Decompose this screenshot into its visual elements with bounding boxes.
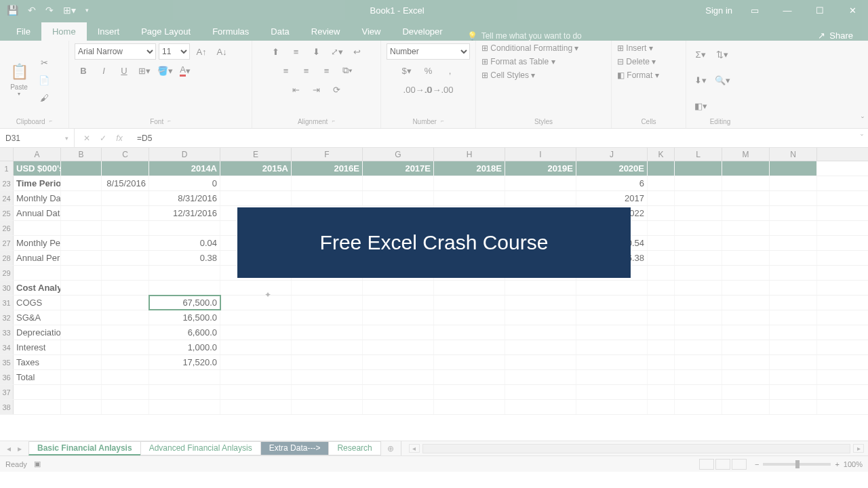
cell[interactable] [102, 161, 149, 176]
cell[interactable] [675, 310, 722, 325]
cell[interactable] [648, 296, 675, 310]
cell[interactable] [675, 400, 722, 414]
orientation-icon[interactable]: ⤢▾ [328, 43, 346, 60]
cell[interactable]: 0.38 [149, 251, 220, 265]
cut-icon[interactable]: ✂ [35, 54, 53, 70]
cell[interactable]: 2016E [292, 161, 363, 176]
expand-formula-icon[interactable]: ˇ [856, 134, 868, 143]
share-button[interactable]: ↗ Share [808, 30, 863, 41]
row-header[interactable]: 31 [0, 296, 14, 310]
col-header[interactable]: L [675, 148, 722, 161]
zoom-in-icon[interactable]: + [835, 460, 839, 468]
fx-icon[interactable]: fx [113, 134, 126, 143]
number-format-select[interactable]: Number [387, 43, 470, 60]
tab-home[interactable]: Home [41, 22, 87, 41]
cell[interactable] [149, 281, 220, 295]
add-sheet-icon[interactable]: ⊕ [380, 444, 401, 453]
inc-decimal-icon[interactable]: .00→.0 [409, 81, 427, 98]
cell[interactable] [505, 191, 576, 205]
cell[interactable] [363, 281, 434, 295]
cell[interactable] [102, 281, 149, 295]
cell[interactable] [14, 385, 61, 399]
close-icon[interactable]: ✕ [842, 5, 863, 16]
percent-icon[interactable]: % [420, 62, 437, 79]
cell[interactable] [61, 191, 102, 205]
row-header[interactable]: 27 [0, 236, 14, 250]
col-header[interactable]: I [505, 148, 576, 161]
tab-data[interactable]: Data [260, 22, 300, 41]
col-header[interactable]: H [434, 148, 505, 161]
cell[interactable] [576, 370, 648, 384]
cell[interactable]: Taxes [14, 355, 61, 369]
cell[interactable] [61, 296, 102, 310]
sheet-tab[interactable]: Advanced Financial Anlaysis [140, 441, 261, 455]
comma-icon[interactable]: , [441, 62, 459, 79]
tab-formulas[interactable]: Formulas [201, 22, 260, 41]
hscroll-right-icon[interactable]: ▸ [853, 444, 864, 453]
cell[interactable] [220, 385, 292, 399]
col-header[interactable]: E [220, 148, 292, 161]
cell[interactable] [505, 370, 576, 384]
hscroll-track[interactable] [422, 444, 850, 453]
row-header[interactable]: 28 [0, 251, 14, 265]
cell[interactable]: 2015A [220, 161, 292, 176]
tab-developer[interactable]: Developer [391, 22, 453, 41]
row-header[interactable]: 1 [0, 161, 14, 176]
cell[interactable] [363, 296, 434, 310]
cell[interactable] [220, 400, 292, 414]
cell[interactable] [363, 176, 434, 190]
cell[interactable] [770, 176, 817, 190]
cell[interactable] [292, 310, 363, 325]
cell[interactable] [61, 340, 102, 354]
minimize-icon[interactable]: — [777, 5, 797, 16]
zoom-level[interactable]: 100% [844, 460, 863, 468]
currency-icon[interactable]: $▾ [398, 62, 416, 79]
clear-icon[interactable]: ◧▾ [692, 98, 709, 114]
inc-indent-icon[interactable]: ⇥ [308, 81, 326, 98]
sheet-nav-next-icon[interactable]: ▸ [15, 444, 24, 453]
cell[interactable] [220, 340, 292, 354]
col-header[interactable]: B [61, 148, 102, 161]
hscroll-left-icon[interactable]: ◂ [409, 444, 420, 453]
cell[interactable] [722, 355, 770, 369]
cell[interactable] [675, 355, 722, 369]
format-table-button[interactable]: ⊞ Format as Table ▾ [481, 57, 555, 66]
cell[interactable] [648, 325, 675, 340]
zoom-slider[interactable] [763, 463, 831, 466]
cell[interactable]: Annual Period [14, 251, 61, 265]
cell[interactable] [434, 370, 505, 384]
cell[interactable] [770, 236, 817, 250]
row-header[interactable]: 30 [0, 281, 14, 295]
border-icon[interactable]: ⊞▾ [136, 62, 153, 79]
cell[interactable] [363, 385, 434, 399]
cell[interactable] [102, 325, 149, 340]
col-header[interactable]: N [770, 148, 817, 161]
row-header[interactable]: 32 [0, 310, 14, 325]
collapse-ribbon-icon[interactable]: ˇ [861, 116, 864, 125]
macro-rec-icon[interactable]: ▣ [34, 460, 41, 468]
cell[interactable] [770, 206, 817, 220]
cond-format-button[interactable]: ⊞ Conditional Formatting ▾ [481, 43, 578, 53]
cell[interactable] [434, 176, 505, 190]
cell[interactable] [434, 310, 505, 325]
font-size-select[interactable]: 11 [159, 43, 190, 60]
row-header[interactable]: 33 [0, 325, 14, 340]
col-header[interactable]: A [14, 148, 61, 161]
dec-indent-icon[interactable]: ⇤ [288, 81, 305, 98]
cell[interactable] [505, 340, 576, 354]
cell[interactable]: 0.04 [149, 236, 220, 250]
cell[interactable] [220, 191, 292, 205]
italic-button[interactable]: I [95, 62, 113, 79]
cell[interactable] [102, 206, 149, 220]
cell[interactable] [722, 221, 770, 235]
cell[interactable] [722, 325, 770, 340]
cell[interactable] [292, 370, 363, 384]
cell[interactable] [576, 296, 648, 310]
cell[interactable] [102, 370, 149, 384]
cell[interactable] [505, 296, 576, 310]
cell[interactable] [505, 281, 576, 295]
cell[interactable] [675, 206, 722, 220]
cell[interactable]: 2020E [576, 161, 648, 176]
cell[interactable]: 1,000.0 [149, 340, 220, 354]
dec-decimal-icon[interactable]: .0→.00 [431, 81, 448, 98]
